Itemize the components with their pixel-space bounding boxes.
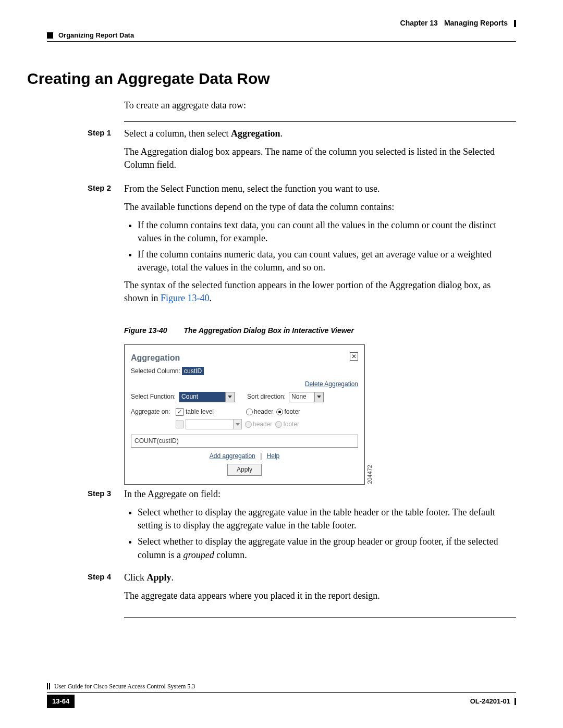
figure-title: The Aggregation Dialog Box in Interactiv…: [183, 326, 353, 335]
steps-bottom-rule: [124, 617, 516, 618]
sort-direction-label: Sort direction:: [247, 392, 286, 401]
table-header-radio[interactable]: [246, 409, 253, 415]
sort-direction-dropdown[interactable]: None: [289, 392, 324, 402]
page-title: Creating an Aggregate Data Row: [27, 68, 516, 90]
aggregate-on-label: Aggregate on:: [131, 408, 173, 416]
section-title: Organizing Report Data: [58, 31, 134, 40]
step2-bullet1: If the column contains text data, you ca…: [138, 219, 516, 245]
step3-label: Step 3: [88, 488, 124, 566]
step1-line1: Select a column, then select Aggregation…: [124, 127, 516, 140]
step4-line2: The aggregate data appears where you pla…: [124, 589, 516, 602]
step2-label: Step 2: [88, 182, 124, 311]
steps-top-rule: [124, 121, 516, 122]
intro-text: To create an aggregate data row:: [124, 99, 516, 112]
step3-bullet1: Select whether to display the aggregate …: [138, 506, 516, 532]
footer-rule-icon: [515, 698, 516, 705]
group-level-checkbox[interactable]: [176, 421, 183, 428]
page-number-badge: 13-64: [47, 695, 75, 708]
document-id: OL-24201-01: [470, 697, 510, 706]
header-rule-icon: [514, 20, 516, 27]
step2-line3: The syntax of the selected function appe…: [124, 279, 516, 305]
figure-reference-link[interactable]: Figure 13-40: [161, 293, 210, 303]
group-footer-radio: [275, 421, 282, 428]
chapter-title: Managing Reports: [444, 18, 508, 29]
table-footer-radio[interactable]: [276, 409, 283, 415]
dialog-title: Aggregation: [131, 352, 180, 364]
select-function-dropdown[interactable]: Count: [179, 392, 235, 402]
table-level-label: table level: [186, 408, 243, 416]
step2-bullet2: If the column contains numeric data, you…: [138, 248, 516, 274]
help-link[interactable]: Help: [267, 452, 280, 460]
add-aggregation-link[interactable]: Add aggregation: [210, 452, 255, 460]
syntax-preview: COUNT(custID): [131, 435, 358, 448]
chapter-header: Chapter 13 Managing Reports: [47, 18, 516, 29]
step2-line1: From the Select Function menu, select th…: [124, 182, 516, 195]
close-icon[interactable]: ✕: [350, 352, 358, 361]
table-level-checkbox[interactable]: ✓: [176, 408, 183, 416]
step1-label: Step 1: [88, 127, 124, 177]
selected-column-row: Selected Column: custID: [131, 367, 358, 376]
step3-bullet2: Select whether to display the aggregate …: [138, 535, 516, 561]
chapter-number: Chapter 13: [400, 18, 438, 29]
chevron-down-icon[interactable]: [225, 392, 234, 402]
page-footer: User Guide for Cisco Secure Access Contr…: [47, 682, 516, 708]
group-header-radio: [245, 421, 252, 428]
step3-line1: In the Aggregate on field:: [124, 488, 516, 501]
chevron-down-icon[interactable]: [233, 419, 241, 429]
square-bullet-icon: [47, 32, 53, 39]
figure-number: Figure 13-40: [124, 326, 167, 335]
step1-line2: The Aggregation dialog box appears. The …: [124, 145, 516, 171]
group-dropdown[interactable]: [186, 419, 242, 429]
figure-caption: Figure 13-40 The Aggregation Dialog Box …: [124, 326, 516, 336]
guide-title: User Guide for Cisco Secure Access Contr…: [54, 682, 195, 691]
figure-id-label: 204472: [366, 465, 374, 484]
header-separator: [47, 41, 516, 42]
apply-button[interactable]: Apply: [227, 464, 262, 476]
step2-line2: The available functions depend on the ty…: [124, 201, 516, 214]
delete-aggregation-link[interactable]: Delete Aggregation: [305, 380, 358, 388]
step4-label: Step 4: [88, 571, 124, 608]
selected-column-value: custID: [182, 367, 204, 375]
select-function-label: Select Function:: [131, 392, 176, 401]
aggregation-dialog: 204472 Aggregation ✕ Selected Column: cu…: [124, 344, 365, 485]
step4-line1: Click Apply.: [124, 571, 516, 584]
chevron-down-icon[interactable]: [314, 392, 323, 402]
